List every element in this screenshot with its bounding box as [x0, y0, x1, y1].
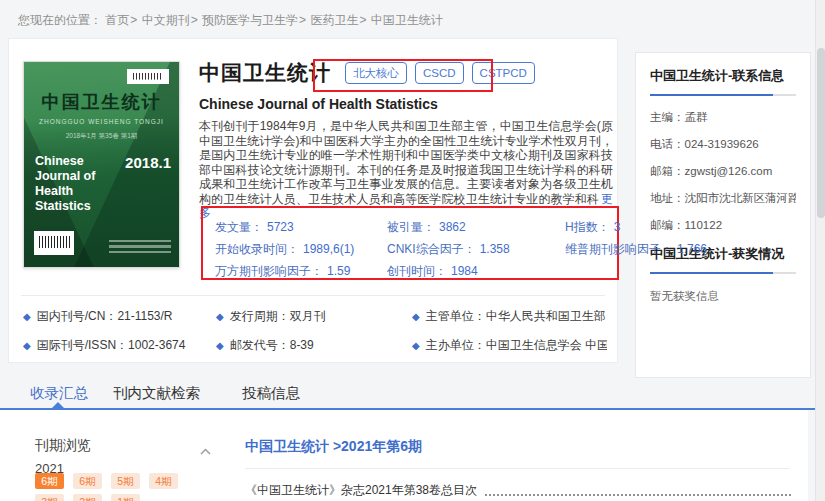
breadcrumb-separator: >	[191, 13, 198, 27]
info-issn: ◆国际刊号/ISSN：1002-3674	[23, 331, 216, 360]
contact-zipcode: 邮编：110122	[650, 218, 796, 233]
breadcrumb-separator: >	[299, 13, 306, 27]
cover-date-line: 2018年1月 第35卷 第1期	[24, 132, 179, 141]
tab-collection-summary[interactable]: 收录汇总	[30, 384, 88, 403]
current-issue-heading: 中国卫生统计 >2021年第6期	[245, 438, 422, 456]
metric-cnki-factor: CNKI综合因子：1.358	[387, 238, 565, 260]
tab-article-search[interactable]: 刊内文献检索	[113, 384, 200, 403]
cover-barcode-top	[127, 69, 169, 84]
issue-chip[interactable]: 3期	[35, 494, 64, 501]
issue-browse-title: 刊期浏览	[35, 437, 91, 455]
scrollbar[interactable]	[815, 0, 825, 501]
info-postal-code: ◆邮发代号：8-39	[216, 331, 412, 360]
contact-section: 中国卫生统计-联系信息 主编：孟群 电话：024-31939626 邮箱：zgw…	[650, 67, 796, 233]
tab-bar: 收录汇总 刊内文献检索 投稿信息	[0, 384, 825, 410]
cover-issue-number: 2018.1	[117, 154, 171, 214]
scrollbar-thumb[interactable]	[817, 48, 825, 218]
breadcrumb-link-category[interactable]: 预防医学与卫生学	[202, 13, 298, 27]
breadcrumb-link-home[interactable]: 首页	[105, 13, 129, 27]
breadcrumb-separator: >	[130, 13, 137, 27]
diamond-icon: ◆	[216, 311, 224, 322]
journal-english-title: Chinese Journal of Health Statistics	[199, 96, 613, 112]
breadcrumb-prefix: 您现在的位置：	[18, 13, 102, 27]
cover-imprint-lines	[109, 237, 171, 254]
issue-panel-divider	[245, 468, 790, 469]
article-list-item: 《中国卫生统计》杂志2021年第38卷总目次	[245, 482, 795, 499]
diamond-icon: ◆	[216, 340, 224, 351]
contact-editor: 主编：孟群	[650, 110, 796, 125]
contact-phone: 电话：024-31939626	[650, 137, 796, 152]
issue-chip-list: 6期 6期 5期 4期 3期 2期 1期	[35, 473, 220, 501]
breadcrumb-link-journals[interactable]: 中文期刊	[142, 13, 190, 27]
awards-empty-text: 暂无获奖信息	[650, 289, 796, 304]
journal-overview-card: 中国卫生统计 ZHONGGUO WEISHENG TONGJI 2018年1月 …	[8, 38, 618, 363]
info-sponsor: ◆主办单位：中国卫生信息学会 中国医科大学	[412, 331, 607, 360]
diamond-icon: ◆	[23, 311, 31, 322]
breadcrumb-link-subcategory[interactable]: 医药卫生	[310, 13, 358, 27]
cover-english-title: Chinese Journal of Health Statistics	[35, 154, 117, 214]
contact-address: 地址：沈阳市沈北新区蒲河路77号	[650, 191, 796, 206]
issue-chip[interactable]: 5期	[111, 473, 140, 489]
sidebar: 中国卫生统计-联系信息 主编：孟群 电话：024-31939626 邮箱：zgw…	[635, 52, 811, 378]
page: 您现在的位置： 首页> 中文期刊> 预防医学与卫生学> 医药卫生> 中国卫生统计…	[0, 0, 825, 501]
diamond-icon: ◆	[23, 340, 31, 351]
journal-title: 中国卫生统计	[199, 59, 331, 87]
index-badges: 北大核心 CSCD CSTPCD	[345, 62, 543, 84]
issue-chip[interactable]: 6期	[35, 473, 64, 489]
cover-title: 中国卫生统计	[24, 90, 179, 114]
badge-cstpcd: CSTPCD	[472, 62, 535, 84]
section-divider	[21, 295, 605, 296]
metric-founded-year: 创刊时间：1984	[387, 260, 565, 282]
awards-section-title: 中国卫生统计-获奖情况	[650, 245, 796, 263]
contact-section-title: 中国卫生统计-联系信息	[650, 67, 796, 85]
metric-wanfang-factor: 万方期刊影响因子：1.59	[215, 260, 387, 282]
journal-description-text: 本刊创刊于1984年9月，是中华人民共和国卫生部主管，中国卫生信息学会(原中国卫…	[199, 119, 613, 206]
tab-submission-info[interactable]: 投稿信息	[242, 384, 300, 403]
diamond-icon: ◆	[412, 340, 420, 351]
publication-info-grid: ◆国内刊号/CN：21-1153/R ◆发行周期：双月刊 ◆主管单位：中华人民共…	[23, 302, 607, 360]
info-cn-number: ◆国内刊号/CN：21-1153/R	[23, 302, 216, 331]
issue-chip[interactable]: 2期	[73, 494, 102, 501]
diamond-icon: ◆	[412, 311, 420, 322]
awards-section: 中国卫生统计-获奖情况 暂无获奖信息	[650, 245, 796, 304]
badge-cscd: CSCD	[415, 62, 464, 84]
chevron-up-icon[interactable]	[200, 441, 211, 459]
breadcrumb-separator: >	[359, 13, 366, 27]
dotted-leader	[485, 494, 791, 496]
issue-chip[interactable]: 1期	[111, 494, 140, 501]
breadcrumb: 您现在的位置： 首页> 中文期刊> 预防医学与卫生学> 医药卫生> 中国卫生统计	[18, 12, 443, 29]
title-underline	[650, 94, 796, 96]
article-title-link[interactable]: 《中国卫生统计》杂志2021年第38卷总目次	[245, 482, 477, 499]
metric-indexed-since: 开始收录时间：1989,6(1)	[215, 238, 387, 260]
title-underline	[650, 272, 796, 274]
cover-romanized-title: ZHONGGUO WEISHENG TONGJI	[24, 118, 179, 125]
issue-chip[interactable]: 4期	[149, 473, 178, 489]
journal-description: 本刊创刊于1984年9月，是中华人民共和国卫生部主管，中国卫生信息学会(原中国卫…	[199, 119, 613, 221]
issue-chip[interactable]: 6期	[73, 473, 102, 489]
journal-cover-image: 中国卫生统计 ZHONGGUO WEISHENG TONGJI 2018年1月 …	[23, 61, 180, 268]
info-frequency: ◆发行周期：双月刊	[216, 302, 412, 331]
cover-barcode-bottom	[34, 231, 74, 255]
lower-section: 刊期浏览 2021 6期 6期 5期 4期 3期 2期 1期 中国卫生统计 >2…	[0, 410, 808, 501]
breadcrumb-link-current[interactable]: 中国卫生统计	[371, 13, 443, 27]
info-supervisor: ◆主管单位：中华人民共和国卫生部	[412, 302, 607, 331]
badge-pku-core: 北大核心	[345, 62, 407, 84]
contact-email: 邮箱：zgwstj@126.com	[650, 164, 796, 179]
